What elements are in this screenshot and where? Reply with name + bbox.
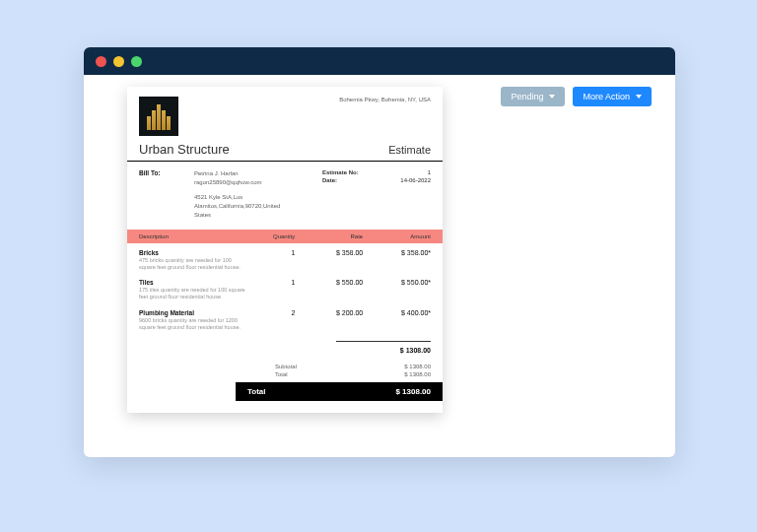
small-total-label: Total [275, 371, 288, 377]
estimate-meta: Estimate No:1 Date:14-06-2022 [322, 169, 431, 220]
app-window: Pending More Action Bohemia Pkwy, Bohemi… [84, 47, 675, 457]
chevron-down-icon [636, 95, 642, 99]
date-label: Date: [322, 177, 337, 183]
titlebar [84, 47, 675, 75]
item-desc: 9600 bricks quantity are needed for 1200… [139, 317, 247, 331]
summary-block: $ 1308.00 [336, 341, 431, 355]
estimate-no: 1 [428, 169, 431, 175]
item-qty: 1 [247, 249, 295, 271]
document-type: Estimate [388, 144, 431, 156]
subtotal-label: Subtotal [275, 364, 297, 369]
item-desc: 175 tiles quantity are needed for 100 sq… [139, 287, 247, 300]
total-bar: Total $ 1308.00 [236, 382, 443, 401]
date-value: 14-06-2022 [400, 177, 431, 183]
bill-to-content: Petrina J. Harlan ragon25890@qqhow.com 4… [194, 169, 314, 220]
contact-addr3: States [194, 211, 314, 220]
company-name: Urban Structure [139, 142, 230, 157]
col-quantity: Quantity [247, 233, 295, 239]
item-desc: 475 bricks quantity are needed for 100 s… [139, 257, 247, 271]
grand-total: $ 1308.00 [400, 347, 431, 354]
table-row: Tiles175 tiles quantity are needed for 1… [127, 273, 443, 302]
table-row: Plumbing Material9600 bricks quantity ar… [127, 303, 443, 333]
pending-label: Pending [511, 92, 543, 101]
item-name: Tiles [139, 279, 247, 286]
estimate-no-label: Estimate No: [322, 169, 359, 175]
more-action-button[interactable]: More Action [573, 87, 652, 106]
chevron-down-icon [549, 95, 555, 99]
table-header: Description Quantity Rate Amount [127, 230, 443, 243]
item-amount: $ 400.00* [363, 309, 431, 331]
item-rate: $ 358.00 [295, 249, 363, 271]
bill-to-label: Bill To: [139, 169, 186, 220]
title-row: Urban Structure Estimate [127, 136, 443, 162]
subtotal-row: Subtotal $ 1308.00 [275, 363, 443, 370]
small-total-value: $ 1308.00 [404, 371, 431, 377]
item-qty: 1 [247, 279, 295, 300]
close-icon[interactable] [96, 56, 106, 67]
contact-addr1: 4521 Kyle StA,Los [194, 193, 314, 202]
info-section: Bill To: Petrina J. Harlan ragon25890@qq… [127, 162, 443, 230]
col-amount: Amount [363, 233, 431, 239]
minimize-icon[interactable] [113, 56, 124, 67]
item-rate: $ 200.00 [295, 309, 363, 331]
total-label: Total [247, 387, 266, 396]
item-name: Bricks [139, 249, 247, 256]
contact-addr2: Alamitos,California,90720,United [194, 202, 314, 211]
company-address: Bohemia Pkwy, Bohemia, NY, USA [339, 97, 431, 136]
col-rate: Rate [295, 233, 363, 239]
item-rate: $ 550.00 [295, 279, 363, 300]
more-action-label: More Action [583, 92, 630, 101]
total-value: $ 1308.00 [395, 387, 431, 396]
contact-name: Petrina J. Harlan [194, 169, 314, 178]
pending-button[interactable]: Pending [501, 87, 565, 106]
estimate-document: Bohemia Pkwy, Bohemia, NY, USA Urban Str… [127, 87, 443, 413]
items-list: Bricks475 bricks quantity are needed for… [127, 243, 443, 333]
item-qty: 2 [247, 309, 295, 331]
small-total-row: Total $ 1308.00 [275, 370, 443, 378]
item-amount: $ 550.00* [363, 279, 431, 300]
company-logo [139, 97, 178, 136]
col-description: Description [139, 233, 247, 239]
subtotal-value: $ 1308.00 [404, 364, 431, 369]
item-amount: $ 358.00* [363, 249, 431, 271]
contact-email: ragon25890@qqhow.com [194, 178, 314, 187]
table-row: Bricks475 bricks quantity are needed for… [127, 243, 443, 273]
doc-header: Bohemia Pkwy, Bohemia, NY, USA [127, 87, 443, 136]
toolbar: Pending More Action [501, 87, 652, 106]
maximize-icon[interactable] [131, 56, 142, 67]
item-name: Plumbing Material [139, 309, 247, 316]
